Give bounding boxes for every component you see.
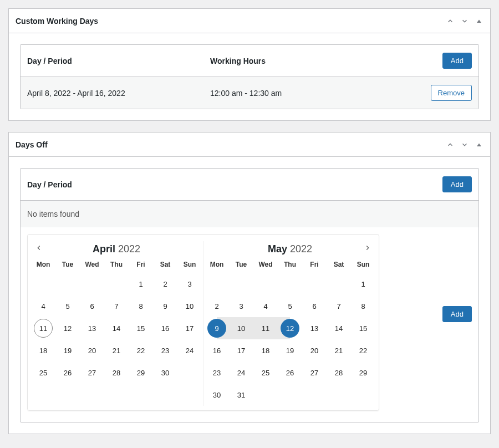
day-cell[interactable]: 26 [278, 362, 302, 384]
move-up-icon[interactable] [446, 17, 455, 26]
day-cell [327, 273, 351, 295]
day-cell[interactable]: 1 [351, 273, 375, 295]
toggle-panel-icon[interactable] [475, 17, 483, 26]
add-button[interactable]: Add [442, 176, 472, 192]
day-cell[interactable]: 29 [129, 362, 153, 384]
day-cell[interactable]: 3 [229, 295, 253, 317]
day-cell[interactable]: 13 [80, 317, 104, 339]
day-cell[interactable]: 15 [351, 317, 375, 339]
day-cell[interactable]: 23 [153, 339, 177, 362]
dow-cell: Fri [302, 258, 327, 271]
day-cell[interactable]: 10 [177, 295, 202, 317]
day-cell[interactable]: 18 [31, 339, 55, 362]
custom-working-days-panel: Custom Working Days Day / Period Working… [8, 8, 491, 121]
day-cell [278, 273, 302, 295]
day-cell[interactable]: 16 [205, 339, 229, 362]
day-cell[interactable]: 18 [253, 339, 278, 362]
dow-cell: Thu [104, 258, 129, 271]
day-cell[interactable]: 24 [177, 339, 202, 362]
calendar-prev-icon[interactable] [33, 242, 44, 253]
day-cell[interactable]: 16 [153, 317, 177, 339]
day-cell[interactable]: 4 [31, 295, 55, 317]
move-up-icon[interactable] [446, 140, 455, 149]
dow-row: MonTueWedThuFriSatSun [31, 258, 202, 271]
month-name: May [268, 243, 287, 254]
day-cell[interactable]: 21 [327, 339, 351, 362]
dow-cell: Thu [278, 258, 302, 271]
day-cell[interactable]: 12 [55, 317, 80, 339]
day-cell[interactable]: 15 [129, 317, 153, 339]
day-cell[interactable]: 4 [253, 295, 278, 317]
calendar-left: April 2022 MonTueWedThuFriSatSun 1234567… [30, 241, 203, 406]
day-cell[interactable]: 1 [129, 273, 153, 295]
day-cell[interactable]: 14 [327, 317, 351, 339]
day-cell[interactable]: 3 [177, 273, 202, 295]
month-year: 2022 [290, 243, 312, 254]
day-cell[interactable]: 27 [302, 362, 327, 384]
day-cell[interactable]: 25 [253, 362, 278, 384]
day-cell[interactable]: 28 [104, 362, 129, 384]
day-cell[interactable]: 19 [278, 339, 302, 362]
remove-button[interactable]: Remove [431, 85, 472, 101]
day-cell[interactable]: 22 [129, 339, 153, 362]
toggle-panel-icon[interactable] [475, 140, 483, 149]
day-cell[interactable]: 22 [351, 339, 375, 362]
day-cell[interactable]: 9 [153, 295, 177, 317]
day-cell[interactable]: 17 [177, 317, 202, 339]
day-cell[interactable]: 30 [205, 384, 229, 406]
row-actions: Remove [411, 85, 472, 101]
day-cell[interactable]: 11 [253, 317, 278, 339]
day-cell[interactable]: 23 [205, 362, 229, 384]
move-down-icon[interactable] [460, 140, 469, 149]
day-cell[interactable]: 2 [205, 295, 229, 317]
day-cell[interactable]: 27 [80, 362, 104, 384]
day-cell[interactable]: 5 [278, 295, 302, 317]
day-cell [278, 384, 302, 406]
day-cell [302, 384, 327, 406]
day-cell[interactable]: 31 [229, 384, 253, 406]
panel-handle-actions [446, 140, 483, 149]
move-down-icon[interactable] [460, 17, 469, 26]
day-cell [31, 273, 55, 295]
dow-cell: Wed [80, 258, 104, 271]
day-cell[interactable]: 2 [153, 273, 177, 295]
panel-header: Days Off [9, 133, 490, 157]
dow-cell: Fri [129, 258, 153, 271]
day-cell[interactable]: 19 [55, 339, 80, 362]
panel-title: Custom Working Days [16, 17, 98, 26]
add-button[interactable]: Add [442, 53, 472, 69]
day-cell[interactable]: 10 [229, 317, 253, 339]
day-cell[interactable]: 5 [55, 295, 80, 317]
week-row: 11121314151617 [31, 317, 202, 339]
col-day-header: Day / Period [27, 180, 411, 189]
day-cell[interactable]: 14 [104, 317, 129, 339]
day-cell[interactable]: 9 [205, 317, 229, 339]
svg-marker-1 [477, 143, 481, 146]
day-cell[interactable]: 12 [278, 317, 302, 339]
day-cell[interactable]: 20 [80, 339, 104, 362]
day-cell[interactable]: 20 [302, 339, 327, 362]
day-cell[interactable]: 24 [229, 362, 253, 384]
day-cell[interactable]: 6 [302, 295, 327, 317]
day-cell [205, 273, 229, 295]
month-year: 2022 [118, 243, 140, 254]
add-range-button[interactable]: Add [442, 306, 472, 322]
day-cell [229, 273, 253, 295]
day-cell[interactable]: 26 [55, 362, 80, 384]
day-cell[interactable]: 25 [31, 362, 55, 384]
day-cell[interactable]: 7 [327, 295, 351, 317]
day-cell[interactable]: 8 [351, 295, 375, 317]
day-cell[interactable]: 29 [351, 362, 375, 384]
day-cell[interactable]: 21 [104, 339, 129, 362]
day-cell[interactable]: 8 [129, 295, 153, 317]
table-row: April 8, 2022 - April 16, 2022 12:00 am … [21, 77, 478, 109]
day-cell[interactable]: 28 [327, 362, 351, 384]
day-cell[interactable]: 7 [104, 295, 129, 317]
day-cell[interactable]: 13 [302, 317, 327, 339]
day-cell[interactable]: 11 [31, 317, 55, 339]
day-cell[interactable]: 30 [153, 362, 177, 384]
calendar-next-icon[interactable] [362, 242, 373, 253]
day-cell[interactable]: 6 [80, 295, 104, 317]
day-cell[interactable]: 17 [229, 339, 253, 362]
week-row: 1 [205, 273, 375, 295]
